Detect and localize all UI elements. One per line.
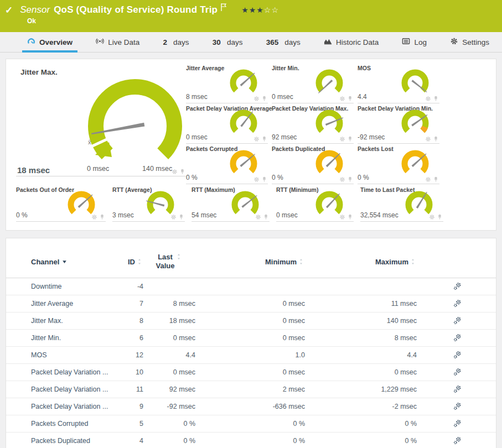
channel-name[interactable]: Packet Delay Variation ... bbox=[31, 403, 114, 410]
column-header-maximum[interactable]: Maximum bbox=[305, 258, 417, 266]
table-row: Jitter Average78 msec0 msec11 msec bbox=[6, 295, 496, 312]
gauge-dial bbox=[312, 109, 347, 139]
gauge-jitter-average: Jitter Average8 msec bbox=[186, 64, 268, 103]
gauge-settings-gear-icon[interactable] bbox=[172, 169, 178, 175]
gauge-settings-gear-icon[interactable] bbox=[339, 214, 345, 220]
gauge-settings-gear-icon[interactable] bbox=[339, 136, 345, 142]
channel-id: 10 bbox=[114, 368, 143, 376]
tab-30-days[interactable]: 30days bbox=[208, 32, 248, 52]
gauge-dial bbox=[226, 149, 261, 179]
gauge-settings-gear-icon[interactable] bbox=[91, 214, 97, 220]
channel-minimum: -636 msec bbox=[195, 403, 305, 410]
column-header-last-value[interactable]: LastValue bbox=[143, 253, 195, 271]
gauge-pin-icon[interactable] bbox=[178, 214, 184, 220]
channel-name[interactable]: Jitter Max. bbox=[31, 317, 114, 325]
gauge-title: Packets Lost bbox=[358, 145, 394, 152]
edit-channel-icon[interactable] bbox=[453, 316, 462, 325]
gauge-packets-corrupted: Packets Corrupted0 % bbox=[186, 144, 268, 184]
gauge-pin-icon[interactable] bbox=[433, 96, 439, 102]
channel-maximum: 0 % bbox=[305, 437, 417, 445]
channel-name[interactable]: Jitter Average bbox=[31, 300, 114, 308]
column-header-minimum[interactable]: Minimum bbox=[195, 258, 305, 266]
gauge-settings-gear-icon[interactable] bbox=[429, 214, 435, 220]
gauge-pin-icon[interactable] bbox=[261, 176, 267, 183]
flag-icon[interactable] bbox=[220, 3, 227, 14]
gauge-time-to-last-packet: Time to Last Packet32,554 msec bbox=[360, 185, 443, 222]
channel-name[interactable]: Packets Duplicated bbox=[31, 437, 114, 445]
channel-id: 5 bbox=[114, 420, 143, 428]
channel-name[interactable]: Downtime bbox=[31, 283, 114, 290]
gauge-settings-gear-icon[interactable] bbox=[255, 214, 261, 220]
column-header-channel[interactable]: Channel bbox=[31, 258, 114, 266]
gauge-settings-gear-icon[interactable] bbox=[253, 136, 260, 142]
channel-last-value: 0 % bbox=[143, 437, 195, 445]
edit-channel-icon[interactable] bbox=[453, 299, 462, 308]
tab-label: days bbox=[284, 38, 301, 46]
channel-name[interactable]: Packet Delay Variation ... bbox=[31, 368, 114, 376]
column-label: Minimum bbox=[265, 258, 297, 266]
gauge-dial bbox=[312, 149, 347, 179]
column-label: Channel bbox=[31, 258, 59, 266]
gauge-packets-lost: Packets Lost0 % bbox=[358, 144, 439, 184]
gauge-pin-icon[interactable] bbox=[179, 169, 185, 175]
gauge-title: Jitter Average bbox=[186, 65, 224, 71]
gauge-pin-icon[interactable] bbox=[347, 176, 353, 183]
channel-name[interactable]: Packet Delay Variation ... bbox=[31, 386, 114, 393]
channel-name[interactable]: MOS bbox=[31, 351, 114, 359]
channel-name[interactable]: Jitter Min. bbox=[31, 334, 114, 342]
tab-overview[interactable]: Overview bbox=[22, 32, 77, 52]
gauge-dial bbox=[312, 69, 347, 98]
gauge-pin-icon[interactable] bbox=[263, 214, 269, 220]
channel-minimum: 0 msec bbox=[195, 368, 305, 376]
gauge-pin-icon[interactable] bbox=[347, 96, 353, 102]
gauge-settings-gear-icon[interactable] bbox=[339, 176, 345, 183]
priority-stars[interactable]: ★★★☆☆ bbox=[241, 6, 279, 14]
tab-log[interactable]: Log bbox=[397, 32, 432, 52]
sensor-kind-label: Sensor bbox=[20, 4, 50, 15]
tab-2-days[interactable]: 2days bbox=[158, 32, 194, 52]
gauge-settings-gear-icon[interactable] bbox=[339, 96, 345, 102]
gauge-settings-gear-icon[interactable] bbox=[253, 176, 260, 183]
edit-channel-icon[interactable] bbox=[453, 385, 462, 393]
channel-id: 12 bbox=[114, 351, 143, 359]
gauge-pin-icon[interactable] bbox=[433, 176, 439, 183]
tab-365-days[interactable]: 365days bbox=[261, 32, 306, 52]
gauge-settings-gear-icon[interactable] bbox=[425, 176, 431, 183]
gauge-icon bbox=[27, 37, 35, 47]
gauge-pin-icon[interactable] bbox=[261, 96, 267, 102]
edit-channel-icon[interactable] bbox=[453, 402, 462, 410]
edit-channel-icon[interactable] bbox=[453, 436, 462, 445]
chart-icon bbox=[324, 37, 332, 47]
channel-name[interactable]: Packets Corrupted bbox=[31, 420, 114, 428]
gauge-settings-gear-icon[interactable] bbox=[170, 214, 177, 220]
gauge-value: 0 msec bbox=[186, 133, 208, 141]
gear-icon bbox=[450, 37, 458, 47]
tab-settings[interactable]: Settings bbox=[445, 32, 494, 52]
gauge-settings-gear-icon[interactable] bbox=[425, 136, 431, 142]
edit-channel-icon[interactable] bbox=[453, 419, 462, 428]
edit-channel-icon[interactable] bbox=[453, 334, 462, 342]
tab-historic-data[interactable]: Historic Data bbox=[319, 32, 384, 52]
channel-id: 9 bbox=[114, 403, 143, 410]
gauge-dial: x̄ bbox=[77, 74, 194, 170]
edit-channel-icon[interactable] bbox=[453, 282, 462, 290]
tab-live-data[interactable]: Live Data bbox=[91, 32, 144, 52]
channel-id: -4 bbox=[114, 283, 143, 290]
channel-minimum: 1.0 bbox=[195, 351, 305, 359]
gauge-pin-icon[interactable] bbox=[261, 136, 267, 142]
gauge-settings-gear-icon[interactable] bbox=[425, 96, 431, 102]
gauge-packet-delay-variation-max: Packet Delay Variation Max.92 msec bbox=[272, 104, 354, 144]
gauge-value: 54 msec bbox=[192, 211, 216, 219]
column-header-id[interactable]: ID bbox=[114, 258, 143, 266]
gauge-pin-icon[interactable] bbox=[99, 214, 105, 220]
column-label: Maximum bbox=[375, 258, 408, 266]
gauge-pin-icon[interactable] bbox=[437, 214, 443, 220]
gauge-title: Jitter Max. bbox=[20, 68, 58, 76]
edit-channel-icon[interactable] bbox=[453, 368, 462, 376]
gauge-pin-icon[interactable] bbox=[347, 214, 353, 220]
gauge-pin-icon[interactable] bbox=[433, 136, 439, 142]
gauge-value: 0 msec bbox=[276, 211, 298, 219]
gauge-settings-gear-icon[interactable] bbox=[253, 96, 260, 102]
edit-channel-icon[interactable] bbox=[453, 351, 462, 359]
gauge-pin-icon[interactable] bbox=[347, 136, 353, 142]
